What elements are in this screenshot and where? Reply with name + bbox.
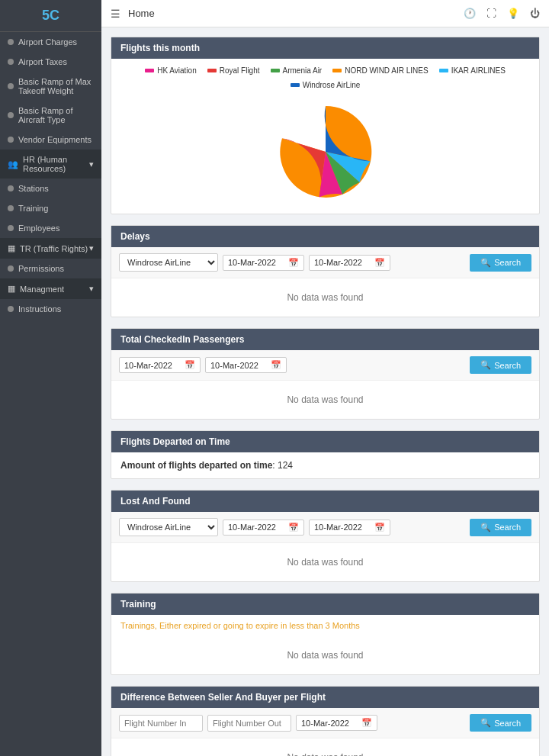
checkedin-date1: 📅 bbox=[119, 357, 201, 373]
training-info: Trainings, Either expired or going to ex… bbox=[111, 615, 539, 636]
sidebar-item-airport-charges[interactable]: Airport Charges bbox=[0, 32, 101, 52]
lost-found-no-data: No data was found bbox=[111, 543, 539, 581]
checkedin-section: Total CheckedIn Passengers 📅 📅 🔍 Search … bbox=[111, 328, 540, 420]
menu-icon[interactable]: ☰ bbox=[111, 8, 120, 20]
sidebar-item-stations[interactable]: Stations bbox=[0, 179, 101, 198]
flight-number-out-input[interactable] bbox=[207, 715, 291, 732]
lost-found-date2: 📅 bbox=[309, 520, 390, 536]
main-content: ☰ Home 🕐 ⛶ 💡 ⏻ Flights this month HK Avi… bbox=[101, 0, 549, 756]
seller-buyer-flight-search-row: 📅 🔍 Search bbox=[111, 708, 539, 738]
legend-color-nordwind bbox=[332, 69, 342, 72]
checkedin-search-button[interactable]: 🔍 Search bbox=[470, 356, 531, 374]
sidebar-label-permissions: Permissions bbox=[18, 264, 64, 273]
exit-icon[interactable]: ⏻ bbox=[530, 8, 540, 19]
flight-number-in-input[interactable] bbox=[119, 715, 203, 732]
delays-airline-select[interactable]: Windrose AirLine bbox=[119, 253, 218, 272]
seller-buyer-flight-no-data: No data was found bbox=[111, 738, 539, 756]
sidebar-section-hr[interactable]: 👥 HR (Human Resources) ▾ bbox=[0, 150, 101, 179]
sidebar-item-permissions[interactable]: Permissions bbox=[0, 259, 101, 278]
search-icon: 🔍 bbox=[480, 523, 491, 532]
sidebar: 5C Airport Charges Airport Taxes Basic R… bbox=[0, 0, 101, 756]
legend-royal: Royal Flight bbox=[207, 66, 260, 75]
calendar-icon: 📅 bbox=[288, 258, 299, 268]
legend-color-royal bbox=[207, 69, 217, 72]
legend-windrose: Windrose AirLine bbox=[291, 81, 361, 89]
sidebar-label-hr: HR (Human Resources) bbox=[23, 155, 89, 173]
sidebar-label-stations: Stations bbox=[18, 184, 49, 193]
sidebar-label-airport-taxes: Airport Taxes bbox=[18, 57, 67, 66]
sidebar-item-airport-taxes[interactable]: Airport Taxes bbox=[0, 52, 101, 72]
table-icon: ▦ bbox=[8, 243, 15, 253]
delays-date1-input[interactable] bbox=[228, 258, 285, 267]
people-icon: 👥 bbox=[8, 159, 18, 169]
dot-icon bbox=[8, 306, 14, 312]
lost-found-section: Lost And Found Windrose AirLine 📅 📅 🔍 Se… bbox=[111, 490, 540, 582]
bulb-icon[interactable]: 💡 bbox=[507, 8, 519, 19]
legend-label-armenia: Armenia Air bbox=[283, 66, 323, 75]
seller-buyer-flight-section: Difference Between Seller And Buyer per … bbox=[111, 686, 540, 756]
legend-label-royal: Royal Flight bbox=[220, 66, 260, 75]
calendar-icon: 📅 bbox=[374, 523, 385, 532]
dot-icon bbox=[8, 39, 14, 45]
checkedin-date2: 📅 bbox=[205, 357, 287, 373]
topbar: ☰ Home 🕐 ⛶ 💡 ⏻ bbox=[101, 0, 549, 27]
legend-ikar: IKAR AIRLINES bbox=[439, 66, 506, 75]
chevron-down-icon: ▾ bbox=[89, 159, 94, 169]
seller-buyer-flight-search-button[interactable]: 🔍 Search bbox=[470, 714, 531, 732]
training-no-data: No data was found bbox=[111, 636, 539, 674]
sidebar-item-training[interactable]: Training bbox=[0, 198, 101, 218]
legend-color-ikar bbox=[439, 69, 448, 72]
lost-found-search-button[interactable]: 🔍 Search bbox=[470, 519, 531, 536]
delays-section: Delays Windrose AirLine 📅 📅 🔍 Search bbox=[111, 225, 540, 317]
departed-section: Flights Departed on Time Amount of fligh… bbox=[111, 430, 540, 479]
dot-icon bbox=[8, 83, 14, 89]
sidebar-label-instructions: Instructions bbox=[18, 304, 61, 314]
flights-month-header: Flights this month bbox=[111, 37, 539, 59]
sidebar-section-tr[interactable]: ▦ TR (Traffic Rights) ▾ bbox=[0, 238, 101, 259]
delays-date2-input[interactable] bbox=[314, 258, 371, 267]
topbar-title: Home bbox=[128, 8, 155, 19]
calendar-icon: 📅 bbox=[374, 258, 385, 268]
seller-buyer-flight-date1-input[interactable] bbox=[301, 719, 358, 728]
clock-icon[interactable]: 🕐 bbox=[464, 8, 476, 19]
legend-nordwind: NORD WIND AIR LINES bbox=[332, 66, 428, 75]
departed-amount: Amount of flights departed on time: 124 bbox=[111, 452, 539, 478]
sidebar-item-vendor-equipments[interactable]: Vendor Equipments bbox=[0, 130, 101, 150]
lost-found-date2-input[interactable] bbox=[314, 523, 371, 532]
app-logo: 5C bbox=[0, 0, 101, 32]
sidebar-label-employees: Employees bbox=[18, 224, 59, 233]
dot-icon bbox=[8, 185, 14, 191]
checkedin-date2-input[interactable] bbox=[210, 361, 268, 370]
legend-label-ikar: IKAR AIRLINES bbox=[451, 66, 506, 75]
sidebar-item-employees[interactable]: Employees bbox=[0, 218, 101, 238]
lost-found-search-label: Search bbox=[494, 523, 521, 532]
calendar-icon: 📅 bbox=[271, 360, 281, 370]
flights-month-section: Flights this month HK Aviation Royal Fli… bbox=[111, 37, 540, 214]
flights-month-chart-area: HK Aviation Royal Flight Armenia Air NOR… bbox=[111, 59, 539, 214]
calendar-icon: 📅 bbox=[288, 523, 299, 532]
departed-amount-value: 124 bbox=[278, 460, 293, 471]
checkedin-no-data: No data was found bbox=[111, 381, 539, 419]
checkedin-header: Total CheckedIn Passengers bbox=[111, 329, 539, 350]
delays-search-button[interactable]: 🔍 Search bbox=[470, 254, 531, 272]
sidebar-label-vendor-equipments: Vendor Equipments bbox=[18, 135, 92, 144]
departed-header: Flights Departed on Time bbox=[111, 431, 539, 452]
lost-found-airline-select[interactable]: Windrose AirLine bbox=[119, 518, 218, 536]
search-icon: 🔍 bbox=[480, 718, 491, 728]
departed-amount-label: Amount of flights departed on time bbox=[120, 460, 272, 471]
fullscreen-icon[interactable]: ⛶ bbox=[486, 8, 496, 19]
delays-no-data: No data was found bbox=[111, 278, 539, 317]
delays-search-label: Search bbox=[494, 258, 521, 267]
sidebar-item-basic-ramp-takeoff[interactable]: Basic Ramp of Max Takeoff Weight bbox=[0, 72, 101, 101]
sidebar-item-basic-ramp-aircraft[interactable]: Basic Ramp of Aircraft Type bbox=[0, 101, 101, 130]
lost-found-date1-input[interactable] bbox=[228, 523, 285, 532]
legend-hk: HK Aviation bbox=[145, 66, 197, 75]
checkedin-date1-input[interactable] bbox=[124, 361, 181, 370]
sidebar-label-managment: Managment bbox=[20, 285, 64, 294]
sidebar-section-managment[interactable]: ▦ Managment ▾ bbox=[0, 278, 101, 299]
delays-date2: 📅 bbox=[309, 255, 390, 271]
sidebar-item-instructions[interactable]: Instructions bbox=[0, 299, 101, 319]
pie-chart bbox=[265, 97, 387, 204]
chart-legend: HK Aviation Royal Flight Armenia Air NOR… bbox=[119, 66, 531, 89]
table-icon: ▦ bbox=[8, 284, 15, 294]
